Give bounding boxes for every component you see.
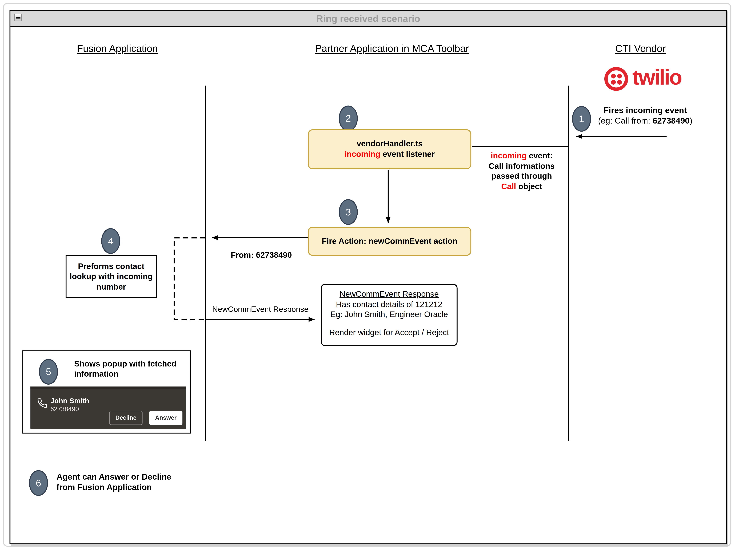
phone-icon	[37, 398, 48, 408]
vendor-handler-box: vendorHandler.ts incoming event listener	[308, 129, 471, 169]
step-number: 3	[346, 207, 351, 218]
vendor-handler-keyword: incoming	[345, 150, 380, 159]
step-number: 6	[36, 478, 41, 488]
step-number: 2	[346, 113, 351, 124]
diagram-stage: Ring received scenario Fusion Applicatio…	[0, 0, 735, 560]
incoming-call-popup: John Smith 62738490 Decline Answer	[30, 387, 186, 429]
step-badge-4: 4	[101, 228, 120, 254]
decline-button-label: Decline	[115, 415, 136, 421]
vendor-handler-filename: vendorHandler.ts	[357, 139, 422, 149]
response-box-line1: Has contact details of 121212	[322, 299, 456, 310]
vendor-handler-rest: event listener	[380, 150, 434, 159]
popup-top-strip	[30, 387, 186, 389]
contact-lookup-line2: lookup with incoming	[70, 272, 153, 282]
step1-title: Fires incoming event	[594, 105, 697, 116]
twilio-logo: twilio	[604, 67, 681, 91]
contact-lookup-line1: Preforms contact	[78, 261, 144, 272]
step6-label: Agent can Answer or Decline from Fusion …	[57, 472, 171, 492]
step1-example-prefix: (eg: Call from:	[598, 116, 653, 125]
note-line2: Call informations	[477, 161, 566, 171]
step1-example: (eg: Call from: 62738490)	[594, 116, 697, 126]
response-box-line3: Render widget for Accept / Reject	[322, 327, 456, 338]
lane-header-partner-application: Partner Application in MCA Toolbar	[315, 43, 469, 54]
note-line4-rest: object	[516, 182, 542, 191]
from-number-label: From: 62738490	[231, 251, 292, 260]
step1-label: Fires incoming event (eg: Call from: 627…	[594, 105, 697, 126]
note-line1-rest: event:	[527, 151, 553, 160]
step-badge-5: 5	[39, 359, 58, 385]
twilio-wordmark: twilio	[632, 65, 681, 90]
lane-header-fusion-application: Fusion Application	[77, 43, 158, 54]
answer-button-label: Answer	[155, 415, 177, 421]
decline-button[interactable]: Decline	[109, 411, 143, 425]
newcommevent-response-label: NewCommEvent Response	[212, 305, 309, 314]
window-title: Ring received scenario	[10, 13, 726, 24]
step-number: 4	[108, 236, 113, 247]
incoming-event-note: incoming event: Call informations passed…	[477, 151, 566, 192]
popup-section-box: 5 Shows popup with fetched information J…	[22, 350, 191, 433]
note-line1: incoming event:	[477, 151, 566, 161]
contact-lookup-box: Preforms contact lookup with incoming nu…	[66, 255, 157, 298]
step-badge-3: 3	[339, 199, 358, 225]
twilio-icon	[604, 67, 628, 91]
newcommevent-response-box: NewCommEvent Response Has contact detail…	[321, 284, 457, 346]
step1-example-number: 62738490	[653, 116, 690, 125]
fire-action-box: Fire Action: newCommEvent action	[308, 227, 471, 256]
step-badge-2: 2	[339, 105, 358, 131]
note-line3: passed through	[477, 171, 566, 181]
response-box-line2: Eg: John Smith, Engineer Oracle	[322, 309, 456, 320]
answer-button[interactable]: Answer	[149, 411, 183, 425]
vendor-handler-listener: incoming event listener	[345, 149, 435, 160]
step-badge-1: 1	[572, 106, 591, 132]
window-titlebar: Ring received scenario	[10, 11, 726, 27]
fire-action-label: Fire Action: newCommEvent action	[322, 236, 457, 246]
step6-line1: Agent can Answer or Decline	[57, 472, 171, 482]
step6-line2: from Fusion Application	[57, 482, 171, 492]
popup-contact-number: 62738490	[50, 405, 79, 413]
lane-header-cti-vendor: CTI Vendor	[615, 43, 666, 54]
note-keyword-incoming: incoming	[491, 151, 526, 160]
step5-label: Shows popup with fetched information	[74, 359, 188, 379]
step-number: 1	[579, 113, 584, 124]
popup-contact-name: John Smith	[50, 396, 89, 404]
response-box-title: NewCommEvent Response	[322, 289, 456, 299]
contact-lookup-line3: number	[96, 282, 126, 292]
step1-example-suffix: )	[690, 116, 692, 125]
step-badge-6: 6	[29, 470, 48, 496]
note-keyword-call: Call	[501, 182, 516, 191]
step-number: 5	[46, 366, 51, 377]
note-line4: Call object	[477, 181, 566, 192]
